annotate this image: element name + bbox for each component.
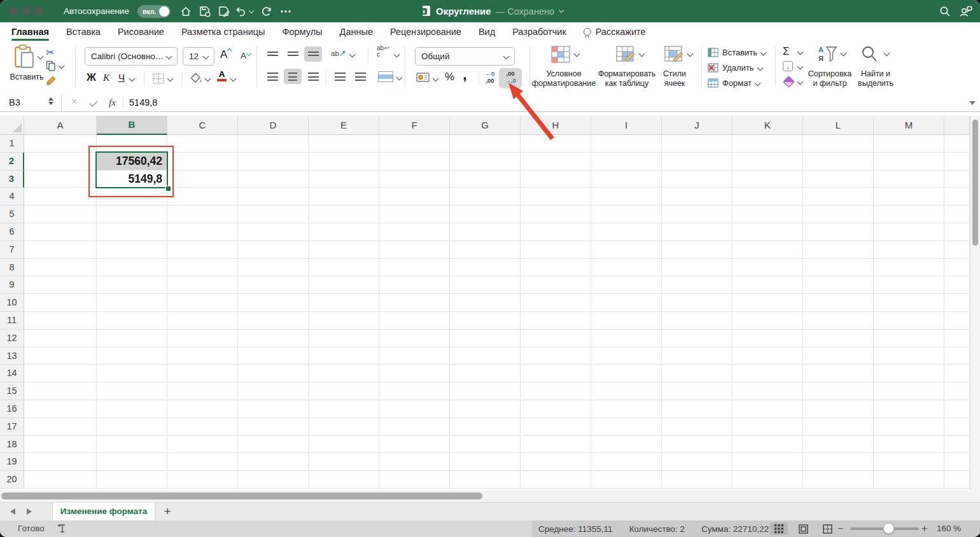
cell-M18[interactable] xyxy=(874,436,944,454)
cell-K4[interactable] xyxy=(732,188,803,206)
wrap-text-chevron-icon[interactable] xyxy=(394,52,400,58)
cell-M13[interactable] xyxy=(874,347,944,365)
cancel-icon[interactable]: × xyxy=(71,96,77,108)
cell-L15[interactable] xyxy=(803,382,874,400)
cell-H16[interactable] xyxy=(521,400,591,418)
cell-J15[interactable] xyxy=(662,382,732,400)
cell-B13[interactable] xyxy=(97,347,167,365)
cell-G6[interactable] xyxy=(450,223,521,241)
cell-I16[interactable] xyxy=(591,400,662,418)
cell-C18[interactable] xyxy=(167,436,238,454)
cell-C12[interactable] xyxy=(167,330,238,347)
row-header-9[interactable]: 9 xyxy=(0,276,24,294)
cell-C4[interactable] xyxy=(167,188,238,206)
cell-D13[interactable] xyxy=(238,347,309,365)
cell-L20[interactable] xyxy=(803,471,874,489)
vertical-scrollbar[interactable] xyxy=(970,116,980,490)
cell-K11[interactable] xyxy=(732,312,803,330)
cell-I11[interactable] xyxy=(591,312,662,330)
cut-icon[interactable]: ✂ xyxy=(46,46,54,59)
cell-E8[interactable] xyxy=(309,259,379,277)
cell-L12[interactable] xyxy=(803,330,874,347)
font-size-select[interactable]: 12 xyxy=(183,47,214,66)
fill-color-chevron-icon[interactable] xyxy=(205,76,211,82)
cell-K3[interactable] xyxy=(732,171,803,188)
column-header-A[interactable]: A xyxy=(24,116,97,135)
cell-styles-chevron-icon[interactable] xyxy=(687,51,694,57)
cell-D16[interactable] xyxy=(238,400,309,418)
cell-E12[interactable] xyxy=(309,330,379,347)
cell-D5[interactable] xyxy=(238,206,309,223)
cell-G12[interactable] xyxy=(450,330,521,347)
cell-E13[interactable] xyxy=(309,347,379,365)
cell-B20[interactable] xyxy=(97,471,167,489)
cell-E2[interactable] xyxy=(309,153,379,171)
cell-J6[interactable] xyxy=(662,223,732,241)
cell-K19[interactable] xyxy=(732,453,803,471)
cell-C7[interactable] xyxy=(167,241,238,259)
cell-I20[interactable] xyxy=(591,471,662,489)
cell-K13[interactable] xyxy=(732,347,803,365)
row-header-12[interactable]: 12 xyxy=(0,330,24,347)
cell-E4[interactable] xyxy=(309,188,379,206)
cell-J13[interactable] xyxy=(662,347,732,365)
cell-M8[interactable] xyxy=(874,259,944,277)
cell-C13[interactable] xyxy=(167,347,238,365)
cell-I13[interactable] xyxy=(591,347,662,365)
cell-D15[interactable] xyxy=(238,382,309,400)
cell-K18[interactable] xyxy=(732,436,803,454)
merge-center-icon[interactable] xyxy=(378,71,393,82)
autosum-button[interactable]: Σ xyxy=(783,45,790,58)
cell-G2[interactable] xyxy=(450,153,521,171)
cell-M10[interactable] xyxy=(874,294,944,312)
document-title-group[interactable]: x Округление — Сохранено xyxy=(420,0,563,22)
cell-G13[interactable] xyxy=(450,347,521,365)
horizontal-scrollbar-thumb[interactable] xyxy=(1,492,482,499)
cell-B8[interactable] xyxy=(97,259,167,277)
cell-L19[interactable] xyxy=(803,453,874,471)
cell-K2[interactable] xyxy=(732,153,803,171)
cell-L8[interactable] xyxy=(803,259,874,277)
cell-F17[interactable] xyxy=(379,418,450,436)
cell-A3[interactable] xyxy=(24,171,97,188)
cell-I19[interactable] xyxy=(591,453,662,471)
cell-L4[interactable] xyxy=(803,188,874,206)
decrease-font-size-button[interactable]: А xyxy=(241,51,251,60)
cell-K14[interactable] xyxy=(732,365,803,382)
cell-D2[interactable] xyxy=(238,153,309,171)
previous-sheet-icon[interactable] xyxy=(10,508,15,515)
cell-B9[interactable] xyxy=(97,276,167,294)
cell-C10[interactable] xyxy=(167,294,238,312)
macro-record-icon[interactable] xyxy=(57,524,67,536)
cell-F20[interactable] xyxy=(379,471,450,489)
cell-I9[interactable] xyxy=(591,276,662,294)
cell-H7[interactable] xyxy=(521,241,591,259)
enter-icon[interactable] xyxy=(89,99,97,107)
cell-K8[interactable] xyxy=(732,259,803,277)
cell-D7[interactable] xyxy=(238,241,309,259)
cell-C3[interactable] xyxy=(167,171,238,188)
column-header-H[interactable]: H xyxy=(521,116,591,135)
cell-C19[interactable] xyxy=(167,453,238,471)
borders-icon[interactable] xyxy=(153,73,164,87)
cell-C14[interactable] xyxy=(167,365,238,382)
row-header-18[interactable]: 18 xyxy=(0,436,24,454)
cell-B7[interactable] xyxy=(97,241,167,259)
cell-H8[interactable] xyxy=(521,259,591,277)
cell-M7[interactable] xyxy=(874,241,944,259)
row-header-1[interactable]: 1 xyxy=(0,135,24,153)
cell-M17[interactable] xyxy=(874,418,944,436)
cell-A13[interactable] xyxy=(24,347,97,365)
column-header-F[interactable]: F xyxy=(379,116,450,135)
cell-H13[interactable] xyxy=(521,347,591,365)
cell-G8[interactable] xyxy=(450,259,521,277)
cell-H9[interactable] xyxy=(521,276,591,294)
cell-K6[interactable] xyxy=(732,223,803,241)
tab-page-layout[interactable]: Разметка страницы xyxy=(181,22,265,41)
fill-chevron-icon[interactable] xyxy=(797,64,804,70)
cell-I2[interactable] xyxy=(591,153,662,171)
row-header-2[interactable]: 2 xyxy=(0,153,24,171)
cell-F6[interactable] xyxy=(379,223,450,241)
cell-G17[interactable] xyxy=(450,418,521,436)
account-presence-icon[interactable] xyxy=(959,4,973,18)
